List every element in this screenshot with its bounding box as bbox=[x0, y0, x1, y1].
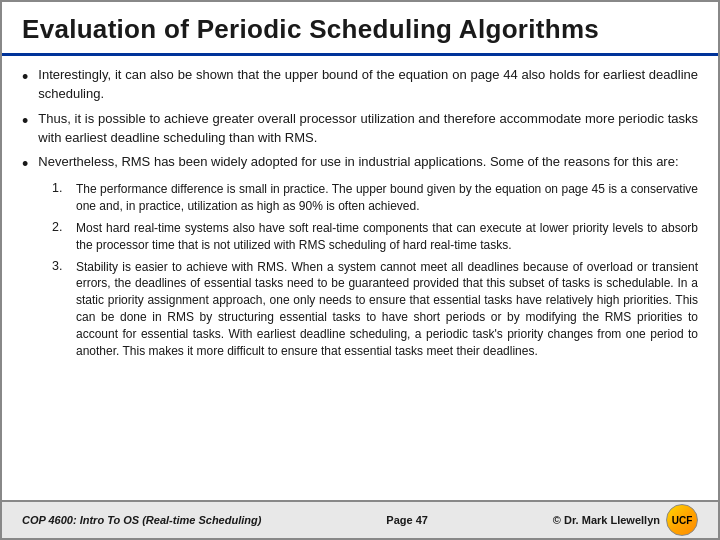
footer-course: COP 4600: Intro To OS (Real-time Schedul… bbox=[22, 514, 261, 526]
numbered-item-2: 2. Most hard real-time systems also have… bbox=[52, 220, 698, 254]
num-text-1: The performance difference is small in p… bbox=[76, 181, 698, 215]
bullet-icon-1: • bbox=[22, 67, 28, 88]
bullet-item-1: • Interestingly, it can also be shown th… bbox=[22, 66, 698, 104]
footer-page: Page 47 bbox=[386, 514, 428, 526]
bullet-item-2: • Thus, it is possible to achieve greate… bbox=[22, 110, 698, 148]
slide-footer: COP 4600: Intro To OS (Real-time Schedul… bbox=[2, 500, 718, 538]
num-label-3: 3. bbox=[52, 259, 68, 273]
bullet-text-3: Nevertheless, RMS has been widely adopte… bbox=[38, 153, 678, 172]
numbered-item-1: 1. The performance difference is small i… bbox=[52, 181, 698, 215]
slide: Evaluation of Periodic Scheduling Algori… bbox=[0, 0, 720, 540]
num-label-1: 1. bbox=[52, 181, 68, 195]
num-text-2: Most hard real-time systems also have so… bbox=[76, 220, 698, 254]
slide-title: Evaluation of Periodic Scheduling Algori… bbox=[22, 14, 698, 45]
bullet-item-3: • Nevertheless, RMS has been widely adop… bbox=[22, 153, 698, 175]
bullet-icon-3: • bbox=[22, 154, 28, 175]
footer-logo: UCF bbox=[666, 504, 698, 536]
bullet-text-1: Interestingly, it can also be shown that… bbox=[38, 66, 698, 104]
num-label-2: 2. bbox=[52, 220, 68, 234]
numbered-item-3: 3. Stability is easier to achieve with R… bbox=[52, 259, 698, 360]
slide-content: • Interestingly, it can also be shown th… bbox=[2, 56, 718, 500]
slide-header: Evaluation of Periodic Scheduling Algori… bbox=[2, 2, 718, 56]
footer-author: © Dr. Mark Llewellyn bbox=[553, 514, 660, 526]
numbered-list: 1. The performance difference is small i… bbox=[52, 181, 698, 359]
footer-right-area: © Dr. Mark Llewellyn UCF bbox=[553, 504, 698, 536]
num-text-3: Stability is easier to achieve with RMS.… bbox=[76, 259, 698, 360]
bullet-text-2: Thus, it is possible to achieve greater … bbox=[38, 110, 698, 148]
bullet-icon-2: • bbox=[22, 111, 28, 132]
